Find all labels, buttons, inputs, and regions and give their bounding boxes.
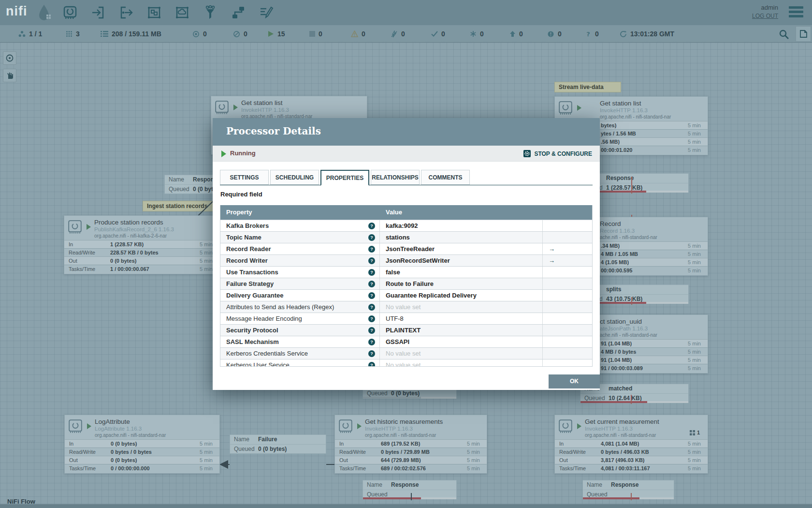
status-value: 0 bbox=[441, 30, 445, 38]
nifi-logo: nifi bbox=[6, 4, 28, 19]
help-icon[interactable]: ? bbox=[368, 234, 375, 241]
connection-label-value: Response bbox=[606, 174, 634, 182]
queue-icon bbox=[101, 30, 108, 37]
processor-name: Get current measurement bbox=[585, 418, 659, 425]
property-row: Use Transactions?false bbox=[220, 266, 592, 278]
ok-button[interactable]: OK bbox=[549, 374, 600, 388]
property-action-cell: → bbox=[543, 243, 586, 254]
status-bar: 1 / 13208 / 159.11 MB00150000000?013:01:… bbox=[0, 25, 812, 43]
processor-stat-row: In0 (0 bytes)5 min bbox=[65, 439, 219, 448]
help-icon[interactable]: ? bbox=[368, 246, 375, 253]
stale-icon bbox=[509, 30, 516, 37]
help-icon[interactable]: ? bbox=[368, 257, 375, 264]
help-icon[interactable]: ? bbox=[368, 339, 375, 345]
tab-comments[interactable]: COMMENTS bbox=[421, 170, 470, 185]
status-value: 0 bbox=[595, 30, 599, 38]
template-icon[interactable] bbox=[230, 4, 246, 21]
label-ingest-station-records[interactable]: Ingest station records bbox=[143, 201, 216, 211]
property-row: Topic Name?stations bbox=[220, 231, 592, 243]
connection-label-value: Response bbox=[391, 480, 419, 489]
processor-bundle: org.apache.nifi - nifi-standard-nar bbox=[365, 433, 443, 438]
search-icon[interactable] bbox=[778, 29, 790, 40]
help-icon[interactable]: ? bbox=[368, 327, 375, 334]
processor-produce-station-records[interactable]: Produce station recordsPublishKafkaRecor… bbox=[64, 215, 220, 274]
processor-bundle: ache.nifi - nifi-standard-nar bbox=[600, 332, 657, 338]
locally-modified-icon bbox=[470, 30, 477, 37]
property-action-cell bbox=[543, 278, 586, 289]
required-field-note: Required field bbox=[220, 191, 262, 198]
status-item-locally-modified: 0 bbox=[470, 25, 484, 43]
not-transmitting-icon bbox=[233, 30, 240, 38]
help-icon[interactable]: ? bbox=[368, 362, 375, 367]
property-value: JsonRecordSetWriter bbox=[380, 255, 543, 266]
processor-stat-row: Out0 (0 bytes)5 min bbox=[64, 256, 219, 265]
conn-response-bottom-right[interactable]: NameResponseQueued bbox=[582, 480, 674, 499]
property-value: GSSAPI bbox=[380, 336, 543, 347]
global-menu-icon[interactable] bbox=[789, 6, 803, 18]
status-value: 0 bbox=[480, 30, 484, 38]
conn-queued-historic[interactable]: Queued0 (0 bytes) bbox=[362, 388, 457, 399]
app-header: nifi admin LOG OUT bbox=[0, 0, 812, 25]
property-name: Use Transactions? bbox=[220, 267, 380, 278]
input-port-icon[interactable] bbox=[90, 4, 106, 21]
sync-failure-icon: ? bbox=[585, 30, 592, 38]
up-to-date-icon bbox=[431, 31, 438, 37]
tab-settings[interactable]: SETTINGS bbox=[220, 170, 269, 185]
nifi-drop-icon bbox=[38, 4, 52, 23]
help-icon[interactable]: ? bbox=[368, 304, 375, 311]
running-indicator-icon bbox=[87, 224, 91, 230]
help-icon[interactable]: ? bbox=[368, 292, 375, 299]
status-item-cluster: 1 / 1 bbox=[18, 25, 42, 43]
help-icon[interactable]: ? bbox=[368, 350, 375, 357]
backpressure-bar bbox=[580, 401, 688, 403]
tab-scheduling[interactable]: SCHEDULING bbox=[270, 170, 319, 185]
tab-relationships[interactable]: RELATIONSHIPS bbox=[371, 170, 420, 185]
process-group-icon[interactable] bbox=[146, 4, 162, 21]
go-to-service-icon[interactable]: → bbox=[549, 245, 555, 253]
tab-properties[interactable]: PROPERTIES bbox=[320, 170, 369, 186]
logout-link[interactable]: LOG OUT bbox=[752, 13, 778, 19]
property-row: Failure Strategy?Route to Failure bbox=[220, 278, 592, 289]
processor-icon[interactable] bbox=[62, 4, 78, 21]
property-value: Route to Failure bbox=[380, 278, 543, 289]
birdseye-toggle-button[interactable] bbox=[796, 26, 811, 42]
hand-drag-button[interactable] bbox=[3, 69, 16, 82]
property-action-cell bbox=[543, 359, 586, 367]
processor-get-current-measurement[interactable]: Get current measurementInvokeHTTP 1.16.3… bbox=[554, 415, 708, 474]
help-icon[interactable]: ? bbox=[368, 269, 375, 276]
processor-logattribute[interactable]: LogAttributeLogAttribute 1.16.3org.apach… bbox=[64, 415, 220, 474]
label-icon[interactable] bbox=[258, 4, 275, 21]
label-stream-live-data[interactable]: Stream live-data bbox=[554, 82, 621, 92]
property-value: JsonTreeReader bbox=[380, 243, 543, 254]
processor-stat-row: Read/Write0 bytes / 729.89 MB5 min bbox=[335, 448, 487, 456]
funnel-icon[interactable] bbox=[202, 4, 218, 21]
navigate-palette-button[interactable] bbox=[3, 51, 16, 65]
help-icon[interactable]: ? bbox=[368, 223, 375, 229]
help-icon[interactable]: ? bbox=[368, 281, 375, 287]
status-item-refresh[interactable]: 13:01:28 GMT bbox=[620, 25, 674, 43]
processor-stat-row: In4,081 (1.04 MB)5 min bbox=[555, 439, 708, 448]
stop-and-configure-button[interactable]: STOP & CONFIGURE bbox=[523, 149, 592, 158]
footer-strip bbox=[0, 504, 812, 508]
properties-table-header: Property Value bbox=[220, 205, 592, 220]
remote-process-group-icon[interactable] bbox=[174, 4, 190, 21]
conn-response-bottom-center[interactable]: NameResponseQueued bbox=[362, 480, 457, 499]
property-action-cell bbox=[543, 313, 586, 324]
help-icon[interactable]: ? bbox=[368, 315, 375, 322]
output-port-icon[interactable] bbox=[118, 4, 134, 21]
connection-label-value: Response bbox=[611, 480, 638, 489]
processor-get-historic-measurements[interactable]: Get historic measurementsInvokeHTTP 1.16… bbox=[334, 415, 487, 474]
property-action-cell bbox=[543, 336, 586, 347]
processor-refresh-icon bbox=[339, 419, 352, 435]
processor-stat-row: Tasks/Time1 / 00:00:00.0675 min bbox=[64, 265, 219, 273]
backpressure-bar bbox=[363, 397, 456, 399]
go-to-service-icon[interactable]: → bbox=[549, 257, 555, 264]
status-item-queue: 208 / 159.11 MB bbox=[101, 25, 161, 43]
property-name: Kerberos User Service? bbox=[220, 359, 380, 367]
property-row: Message Header Encoding?UTF-8 bbox=[220, 313, 592, 324]
status-value: 1 / 1 bbox=[29, 30, 42, 38]
running-indicator-icon bbox=[577, 423, 581, 429]
processor-name: Record bbox=[600, 220, 657, 227]
processor-name: LogAttribute bbox=[95, 418, 166, 425]
conn-failure[interactable]: NameFailureQueued0 (0 bytes) bbox=[230, 434, 326, 454]
